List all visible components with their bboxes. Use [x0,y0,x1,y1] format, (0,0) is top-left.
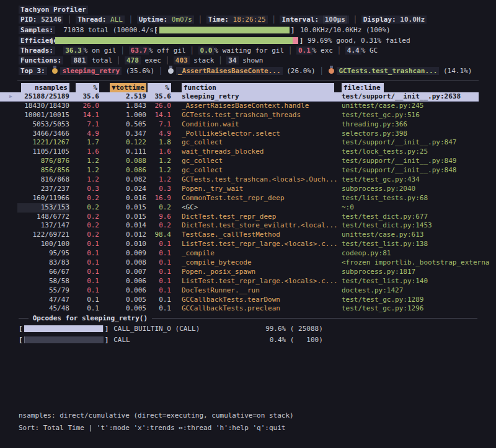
cell-file-line: ~:0 [342,203,496,213]
cell-pct-direct: 1.2 [69,175,99,185]
cell-file-line: test/test_dict.py:677 [342,213,496,222]
threads-stat-text: % off gil [149,46,186,55]
top3-label: Top 3: [19,67,47,75]
cell-tottime: 0.015 [99,203,146,213]
samples-rate: 10.0KHz/10.0KHz (100%) [300,25,391,35]
cell-pct-cumulative: 0.1 [146,249,171,258]
cell-pct-direct: 0.2 [69,194,99,203]
opcode-count: ( 25088) [286,324,323,333]
top3-function-name: GCTests.test_trashcan... [337,67,439,75]
status-value: 0m07s [172,15,192,24]
table-row[interactable]: 100/1000.10.0100.1ListTest.test_repr_lar… [0,240,496,249]
header-function[interactable]: function [182,83,334,92]
table-row[interactable]: 18430/1843026.01.84326.0_AssertRaisesBas… [0,102,496,111]
cell-function: gc_collect [182,166,338,175]
table-row[interactable]: 137/1470.20.0140.2DictTest.test_store_ev… [0,221,496,231]
table-header-row: nsamples % ▼tottime % function file:line [0,83,496,92]
cell-nsamples: 25188/25189 [17,92,69,101]
table-row[interactable]: 3466/34664.90.3474.9_PollLikeSelector.se… [0,130,496,139]
table-row[interactable]: 83/830.10.0080.1_compile_bytecode<frozen… [0,258,496,268]
cell-pct-direct: 0.1 [69,258,99,268]
cell-file-line: test/test_gc.py:1296 [342,304,496,314]
separator: │ [161,56,174,64]
header-file-line[interactable]: file:line [342,83,384,92]
table-row[interactable]: 148/67720.20.0159.6DictTest.test_repr_de… [0,213,496,222]
cell-nsamples: 856/856 [17,166,69,175]
cell-tottime: 0.082 [99,175,146,185]
table-row[interactable]: 1221/12671.70.1221.8gc_collecttest/suppo… [0,138,496,147]
cell-pct-cumulative: 1.2 [146,157,171,166]
header-pct-direct[interactable]: % [76,83,99,92]
status-value: 100µs [323,15,347,24]
table-row[interactable]: 58/580.10.0060.1ListTest.test_repr_large… [0,277,496,286]
status-label: Interval: [281,15,322,24]
cell-file-line: doctest.py:1427 [342,286,496,296]
table-row[interactable]: 153/1530.20.0150.2<GC>~:0 [0,203,496,213]
cell-function: CommonTest.test_repr_deep [182,194,338,203]
status-label: Time: [208,15,233,24]
table-row[interactable]: 45/480.10.0050.1GCCallbackTests.preclean… [0,304,496,314]
table-row[interactable]: 856/8561.20.0861.2gc_collecttest/support… [0,166,496,175]
header-nsamples[interactable]: nsamples [21,83,69,92]
cell-function: sleeping_retry [182,92,338,101]
table-row[interactable]: 47/470.10.0050.1GCCallbackTests.tearDown… [0,296,496,305]
table-row[interactable]: 10001/1001514.11.00014.1GCTests.test_tra… [0,111,496,120]
top3-item[interactable]: _AssertRaisesBaseConte... (26.0%) [167,67,316,75]
cell-pct-direct: 0.1 [69,277,99,286]
cell-pct-direct: 0.1 [69,296,99,305]
table-row[interactable]: 160/119660.20.01616.9CommonTest.test_rep… [0,194,496,203]
table-row[interactable]: 816/8681.20.0821.2GCTests.test_trashcan.… [0,175,496,185]
cell-pct-direct: 1.6 [69,147,99,157]
separator: │ [268,15,280,24]
cell-tottime: 0.505 [99,120,146,130]
threads-stat-value: 36.3 [63,46,84,55]
table-row[interactable]: 55/790.10.0060.1DocTestRunner.__rundocte… [0,286,496,296]
cell-pct-direct: 0.1 [69,249,99,258]
table-row[interactable]: 237/2370.30.0240.3Popen._try_waitsubproc… [0,185,496,194]
top3-item[interactable]: sleeping_retry (35.6%) [51,67,154,75]
cell-nsamples: 95/95 [17,249,69,258]
opcodes-title-text: Opcodes for sleeping_retry() [29,314,152,323]
cell-tottime: 0.009 [99,249,146,258]
cell-nsamples: 3466/3466 [17,130,69,139]
cell-function: ListTest.test_repr_large.<locals>.c... [182,277,338,286]
cell-nsamples: 137/147 [17,221,69,231]
threads-stat-text: % waiting for gil [214,46,284,55]
cell-tottime: 0.086 [99,166,146,175]
header-tottime-sorted[interactable]: ▼tottime [110,83,146,92]
cell-nsamples: 100/100 [17,240,69,249]
top3-item[interactable]: GCTests.test_trashcan... (14.1%) [327,67,472,75]
table-row[interactable]: 876/8761.20.0881.2gc_collecttest/support… [0,157,496,166]
footer-keybindings: Sort: Total Time | 't':mode 'x':trends ↔… [19,423,285,433]
threads-stat-text: % GC [361,46,378,55]
functions-stat-value: 478 [125,56,141,64]
opcode-name: CALL [113,335,256,345]
cell-tottime: 2.519 [99,92,146,101]
cell-pct-direct: 14.1 [69,111,99,120]
header-pct-cumulative[interactable]: % [148,83,171,92]
table-row[interactable]: 66/670.10.0070.1Popen._posix_spawnsubpro… [0,268,496,277]
functions-stat-text: shown [239,56,264,64]
cell-nsamples: 876/876 [17,157,69,166]
efficiency-bar: [] [50,36,303,45]
table-row[interactable]: ▶25188/2518935.62.51935.6sleeping_retryt… [0,92,479,102]
separator: │ [284,46,296,55]
table-row[interactable]: 5053/50537.10.5057.1Condition.waitthread… [0,120,496,130]
separator: │ [333,46,345,55]
top3-function-name: sleeping_retry [60,67,122,75]
functions-stat: 881 total [71,56,112,64]
cell-function: _PollLikeSelector.select [182,130,338,139]
separator: │ [63,15,76,24]
cell-nsamples: 66/67 [17,268,69,277]
cell-file-line: test/test_gc.py:434 [342,175,496,185]
cell-pct-cumulative: 0.1 [146,286,171,296]
cell-nsamples: 10001/10015 [17,111,69,120]
cell-pct-cumulative: 26.0 [146,102,171,111]
cell-function: Popen._posix_spawn [182,268,338,277]
table-row[interactable]: 95/950.10.0090.1_compilecodeop.py:81 [0,249,496,258]
table-row[interactable]: 122/697210.20.01298.4TestCase._callTestM… [0,231,496,240]
table-row[interactable]: 1105/11051.60.1111.6wait_threads_blocked… [0,147,496,157]
status-segment: Display: 10.0Hz [361,15,427,24]
cell-nsamples: 5053/5053 [17,120,69,130]
cell-pct-cumulative: 16.9 [146,194,171,203]
